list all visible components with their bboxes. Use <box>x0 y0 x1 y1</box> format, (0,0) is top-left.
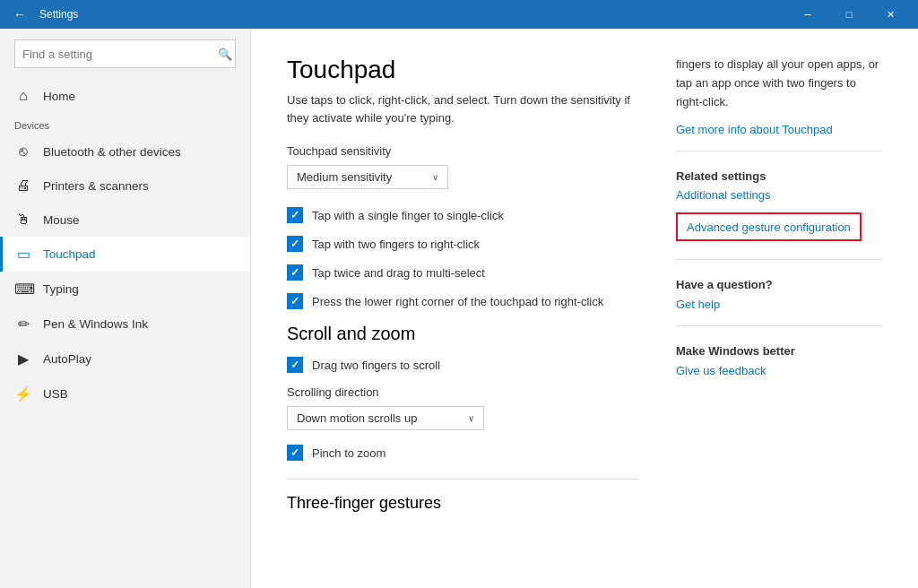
titlebar-controls: ─ □ ✕ <box>787 0 911 29</box>
sidebar-item-pen[interactable]: ✏ Pen & Windows Ink <box>0 307 250 342</box>
maximize-button[interactable]: □ <box>828 0 870 29</box>
sensitivity-chevron-down-icon: ∨ <box>432 172 438 182</box>
divider-feedback <box>676 325 882 326</box>
touchpad-icon: ▭ <box>14 246 32 263</box>
advanced-gesture-link[interactable]: Advanced gesture configuration <box>687 220 851 234</box>
page-description: Use taps to click, right-click, and sele… <box>287 91 640 126</box>
content-area: Touchpad Use taps to click, right-click,… <box>251 29 918 588</box>
content-side: fingers to display all your open apps, o… <box>676 56 882 561</box>
checkbox-scroll[interactable]: Drag two fingers to scroll <box>287 357 640 373</box>
sidebar-pen-label: Pen & Windows Ink <box>43 317 148 331</box>
titlebar: ← Settings ─ □ ✕ <box>0 0 918 29</box>
checkbox-right-corner-label: Press the lower right corner of the touc… <box>312 295 603 308</box>
related-settings-section: Related settings Additional settings Adv… <box>676 169 882 241</box>
sidebar-item-mouse[interactable]: 🖱 Mouse <box>0 203 250 237</box>
checkbox-double-drag-label: Tap twice and drag to multi-select <box>312 266 485 280</box>
sensitivity-label: Touchpad sensitivity <box>287 144 640 158</box>
sidebar-printers-label: Printers & scanners <box>43 179 149 193</box>
sidebar-home-label: Home <box>43 90 75 103</box>
sensitivity-value: Medium sensitivity <box>297 170 392 184</box>
titlebar-title: Settings <box>39 8 78 21</box>
scrolling-direction-chevron-down-icon: ∨ <box>468 413 474 423</box>
app-body: 🔍 ⌂ Home Devices ⎋ Bluetooth & other dev… <box>0 29 918 588</box>
sidebar-usb-label: USB <box>43 387 68 401</box>
sidebar-item-typing[interactable]: ⌨ Typing <box>0 272 250 307</box>
sidebar-item-autoplay[interactable]: ▶ AutoPlay <box>0 342 250 376</box>
question-section: Have a question? Get help <box>676 278 882 311</box>
feedback-section: Make Windows better Give us feedback <box>676 344 882 377</box>
sidebar-autoplay-label: AutoPlay <box>43 352 91 366</box>
sidebar-item-bluetooth[interactable]: ⎋ Bluetooth & other devices <box>0 134 250 169</box>
more-info-link[interactable]: Get more info about Touchpad <box>676 123 833 136</box>
titlebar-left: ← Settings <box>7 2 78 27</box>
sidebar-bluetooth-label: Bluetooth & other devices <box>43 145 181 159</box>
checkbox-single-tap-box[interactable] <box>287 207 303 223</box>
checkbox-scroll-label: Drag two fingers to scroll <box>312 359 440 372</box>
checkbox-double-drag-box[interactable] <box>287 264 303 281</box>
pen-icon: ✏ <box>14 316 32 333</box>
checkbox-single-tap[interactable]: Tap with a single finger to single-click <box>287 207 640 223</box>
close-button[interactable]: ✕ <box>870 0 911 29</box>
feedback-link[interactable]: Give us feedback <box>676 364 766 377</box>
sidebar: 🔍 ⌂ Home Devices ⎋ Bluetooth & other dev… <box>0 29 251 588</box>
checkbox-two-finger[interactable]: Tap with two fingers to right-click <box>287 236 640 252</box>
get-help-link[interactable]: Get help <box>676 298 720 311</box>
sensitivity-dropdown[interactable]: Medium sensitivity ∨ <box>287 165 448 189</box>
printers-icon: 🖨 <box>14 177 32 194</box>
checkbox-pinch-label: Pinch to zoom <box>312 446 385 460</box>
checkbox-right-corner-box[interactable] <box>287 293 303 309</box>
minimize-button[interactable]: ─ <box>787 0 828 29</box>
sidebar-item-printers[interactable]: 🖨 Printers & scanners <box>0 169 250 203</box>
sidebar-touchpad-label: Touchpad <box>43 247 96 261</box>
checkbox-double-drag[interactable]: Tap twice and drag to multi-select <box>287 264 640 281</box>
sidebar-item-touchpad[interactable]: ▭ Touchpad <box>0 237 250 272</box>
side-partial-text: fingers to display all your open apps, o… <box>676 56 882 111</box>
back-button[interactable]: ← <box>7 2 32 27</box>
three-finger-title: Three-finger gestures <box>287 479 640 513</box>
checkbox-pinch-box[interactable] <box>287 445 303 461</box>
scrolling-direction-dropdown[interactable]: Down motion scrolls up ∨ <box>287 406 484 430</box>
scrolling-direction-value: Down motion scrolls up <box>297 411 417 425</box>
devices-label: Devices <box>0 113 250 134</box>
scrolling-direction-label: Scrolling direction <box>287 385 640 399</box>
checkbox-scroll-box[interactable] <box>287 357 303 373</box>
divider-related <box>676 151 882 151</box>
checkbox-two-finger-box[interactable] <box>287 236 303 252</box>
additional-settings-link[interactable]: Additional settings <box>676 188 882 202</box>
checkbox-right-corner[interactable]: Press the lower right corner of the touc… <box>287 293 640 309</box>
checkbox-single-tap-label: Tap with a single finger to single-click <box>312 209 504 222</box>
advanced-gesture-box: Advanced gesture configuration <box>676 212 862 241</box>
sidebar-mouse-label: Mouse <box>43 213 80 227</box>
sidebar-item-usb[interactable]: ⚡ USB <box>0 376 250 411</box>
checkbox-two-finger-label: Tap with two fingers to right-click <box>312 238 480 251</box>
sidebar-item-home[interactable]: ⌂ Home <box>0 79 250 113</box>
scroll-zoom-title: Scroll and zoom <box>287 324 640 344</box>
back-icon: ← <box>13 7 26 22</box>
home-icon: ⌂ <box>14 88 32 104</box>
search-icon-button[interactable]: 🔍 <box>218 48 232 61</box>
sidebar-typing-label: Typing <box>43 282 79 296</box>
mouse-icon: 🖱 <box>14 212 32 228</box>
search-container: 🔍 <box>14 39 236 68</box>
usb-icon: ⚡ <box>14 385 32 402</box>
question-title: Have a question? <box>676 278 882 291</box>
page-title: Touchpad <box>287 56 640 84</box>
content-main: Touchpad Use taps to click, right-click,… <box>287 56 640 561</box>
search-input[interactable] <box>14 39 236 68</box>
autoplay-icon: ▶ <box>14 350 32 368</box>
divider-question <box>676 259 882 260</box>
typing-icon: ⌨ <box>14 281 32 298</box>
make-better-title: Make Windows better <box>676 344 882 358</box>
related-settings-title: Related settings <box>676 169 882 183</box>
checkbox-pinch[interactable]: Pinch to zoom <box>287 445 640 461</box>
bluetooth-icon: ⎋ <box>14 143 32 160</box>
